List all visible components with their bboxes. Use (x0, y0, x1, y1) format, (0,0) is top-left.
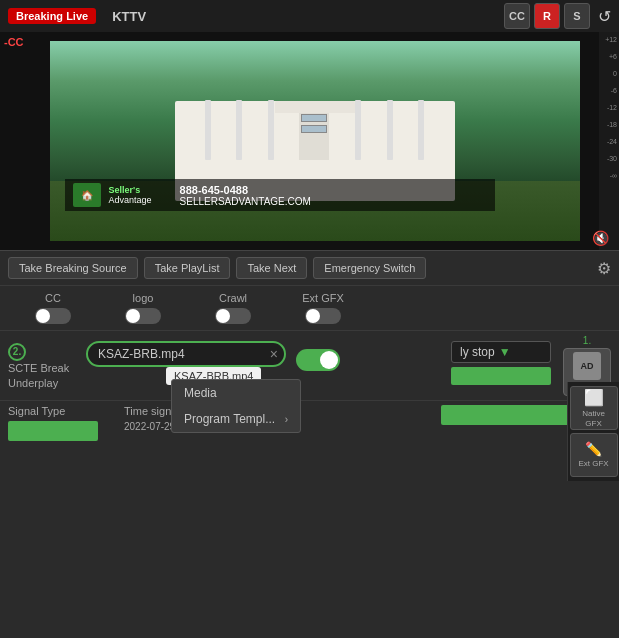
vu-label-n6: -6 (611, 87, 617, 94)
file-input-wrapper: × (86, 341, 286, 367)
cc-toggle[interactable] (35, 308, 71, 324)
context-menu-program-template[interactable]: Program Templ... › (172, 406, 300, 432)
scte-underplay-text: Underplay (8, 376, 78, 391)
mute-icon[interactable]: 🔇 (592, 230, 609, 246)
scte-ad-icon: AD (573, 352, 601, 380)
header-icons: CC R S ↺ (504, 3, 611, 29)
ext-gfx-toggle-group: Ext GFX (278, 292, 368, 324)
scte-labels: 2. SCTE Break Underplay (8, 335, 78, 392)
header: Breaking Live KTTV CC R S ↺ (0, 0, 619, 32)
vu-label-6: +6 (609, 53, 617, 60)
s-button[interactable]: S (564, 3, 590, 29)
logo-toggle-knob (126, 309, 140, 323)
logo-toggle[interactable] (125, 308, 161, 324)
ext-gfx-sidebar-button[interactable]: ✏️ Ext GFX (570, 433, 618, 477)
context-menu-media[interactable]: Media (172, 380, 300, 406)
cc-toggle-label: CC (45, 292, 61, 304)
ad-phone-number: 888-645-0488 SELLERSADVANTAGE.COM (180, 184, 311, 207)
vu-label-n30: -30 (607, 155, 617, 162)
scte-toggle-large-knob (320, 351, 338, 369)
bottom-section: Signal Type Time signal (0×: 2022-07-29 … (0, 400, 619, 445)
toggle-row: CC logo Crawl Ext GFX (0, 285, 619, 330)
native-gfx-label: NativeGFX (582, 409, 605, 428)
ext-gfx-toggle[interactable] (305, 308, 341, 324)
cc-toggle-group: CC (8, 292, 98, 324)
rec-button[interactable]: R (534, 3, 560, 29)
ly-stop-dropdown-area (296, 341, 340, 371)
ad-company: Seller's Advantage (109, 185, 152, 205)
vu-label-12: +12 (605, 36, 617, 43)
dropdown-area: ly stop ▼ (451, 335, 551, 385)
scte-break-label: 2. (8, 343, 78, 361)
file-input-clear-icon[interactable]: × (270, 346, 278, 362)
ly-stop-label: ly stop (460, 345, 495, 359)
logo-toggle-group: logo (98, 292, 188, 324)
vu-label-n18: -18 (607, 121, 617, 128)
video-frame: 🏠 Seller's Advantage 888-645-0488 SELLER… (50, 41, 580, 241)
scte-content: × KSAZ-BRB.mp4 Media Program Templ... › (86, 335, 443, 367)
scte-section: 2. SCTE Break Underplay × KSAZ-BRB.mp4 M… (0, 330, 619, 400)
cc-button[interactable]: CC (504, 3, 530, 29)
settings-gear-button[interactable]: ⚙ (597, 259, 611, 278)
crawl-toggle-knob (216, 309, 230, 323)
signal-bar (8, 421, 98, 441)
cc-toggle-knob (36, 309, 50, 323)
scte-toggle-area (296, 341, 340, 371)
dropdown-green-bar (451, 367, 551, 385)
right-sidebar: ⬜ NativeGFX ✏️ Ext GFX (567, 382, 619, 481)
take-breaking-source-button[interactable]: Take Breaking Source (8, 257, 138, 279)
ad-logo: 🏠 (73, 183, 101, 207)
ext-gfx-sidebar-label: Ext GFX (578, 459, 608, 469)
crawl-toggle[interactable] (215, 308, 251, 324)
controls-bar: Take Breaking Source Take PlayList Take … (0, 250, 619, 285)
vu-label-inf: -∞ (610, 172, 617, 179)
native-gfx-icon: ⬜ (584, 388, 604, 407)
emergency-switch-button[interactable]: Emergency Switch (313, 257, 426, 279)
ext-gfx-sidebar-icon: ✏️ (585, 441, 602, 457)
signal-type-label: Signal Type (8, 405, 108, 417)
video-container: -CC 🏠 Seller's Advantage (0, 32, 619, 250)
logo-toggle-label: logo (133, 292, 154, 304)
ly-stop-dropdown[interactable]: ly stop ▼ (451, 341, 551, 363)
vu-label-0: 0 (613, 70, 617, 77)
cc-overlay-label: -CC (4, 36, 24, 48)
vu-labels: +12 +6 0 -6 -12 -18 -24 -30 -∞ (599, 36, 619, 179)
context-menu-program-label: Program Templ... (184, 412, 275, 426)
context-menu-media-label: Media (184, 386, 217, 400)
take-next-button[interactable]: Take Next (236, 257, 307, 279)
scte-number-badge-1: 1. (583, 335, 591, 346)
ad-overlay: 🏠 Seller's Advantage 888-645-0488 SELLER… (65, 179, 495, 211)
refresh-button[interactable]: ↺ (598, 7, 611, 26)
scte-break-text: SCTE Break (8, 361, 78, 376)
station-name: KTTV (112, 9, 496, 24)
ext-gfx-toggle-knob (306, 309, 320, 323)
context-menu: Media Program Templ... › (171, 379, 301, 433)
vu-meter: +12 +6 0 -6 -12 -18 -24 -30 -∞ (599, 32, 619, 250)
vu-label-n12: -12 (607, 104, 617, 111)
take-playlist-button[interactable]: Take PlayList (144, 257, 231, 279)
file-input[interactable] (86, 341, 286, 367)
crawl-toggle-label: Crawl (219, 292, 247, 304)
native-gfx-button[interactable]: ⬜ NativeGFX (570, 386, 618, 430)
vu-label-n24: -24 (607, 138, 617, 145)
ext-gfx-toggle-label: Ext GFX (302, 292, 344, 304)
breaking-live-badge: Breaking Live (8, 8, 96, 24)
crawl-toggle-group: Crawl (188, 292, 278, 324)
context-menu-arrow: › (285, 414, 288, 425)
scte-number-badge-2: 2. (8, 343, 26, 361)
dropdown-arrow-icon: ▼ (499, 345, 511, 359)
signal-group: Signal Type (8, 405, 108, 441)
scte-on-toggle[interactable] (296, 349, 340, 371)
